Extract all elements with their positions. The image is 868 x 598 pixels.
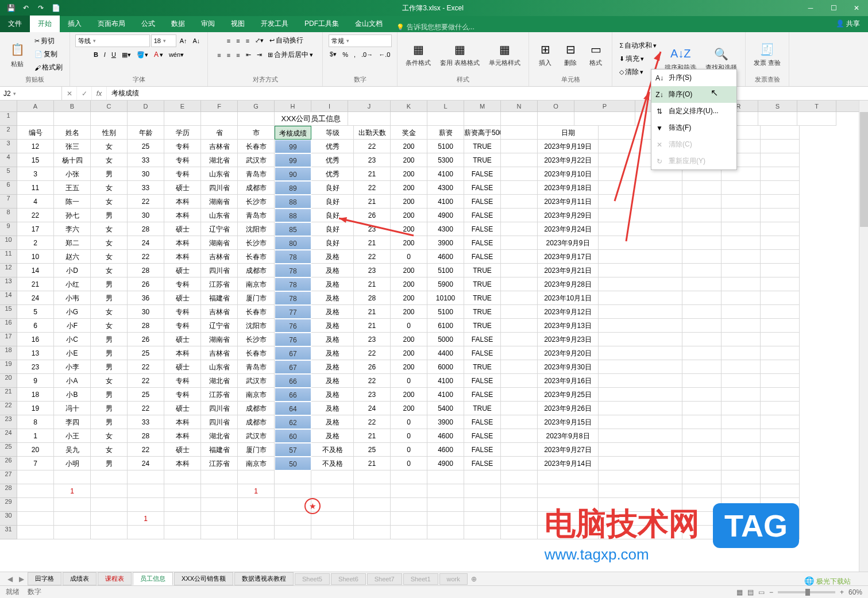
table-cell[interactable]: 0 <box>391 250 427 264</box>
table-cell[interactable] <box>54 526 91 539</box>
table-cell[interactable]: 62 <box>275 415 311 429</box>
table-cell[interactable]: 及格 <box>311 360 354 374</box>
table-cell[interactable]: 吉林省 <box>201 346 238 360</box>
table-cell[interactable]: 长春市 <box>238 140 275 153</box>
table-cell[interactable] <box>391 484 427 498</box>
table-cell[interactable]: 女 <box>91 153 128 167</box>
table-cell[interactable] <box>354 484 391 498</box>
table-cell[interactable]: 男 <box>91 402 128 415</box>
table-cell[interactable] <box>311 484 354 498</box>
table-cell[interactable] <box>128 498 164 512</box>
table-cell[interactable]: 14 <box>17 264 54 277</box>
tab-review[interactable]: 审阅 <box>193 16 223 32</box>
table-cell[interactable]: 22 <box>128 443 164 457</box>
row-header[interactable]: 8 <box>0 209 17 222</box>
table-cell[interactable]: 13 <box>17 346 54 360</box>
table-cell[interactable] <box>311 526 354 539</box>
table-cell[interactable]: 19 <box>17 402 54 415</box>
table-cell[interactable] <box>17 484 54 498</box>
table-cell[interactable]: 硕士 <box>164 360 201 374</box>
table-cell[interactable]: 成都市 <box>238 402 275 415</box>
table-cell[interactable]: 200 <box>391 209 427 222</box>
table-cell[interactable]: 男 <box>91 346 128 360</box>
table-cell[interactable]: 专科 <box>164 153 201 167</box>
row-header[interactable]: 26 <box>0 457 17 470</box>
table-cell[interactable]: 武汉市 <box>238 153 275 167</box>
table-cell[interactable] <box>54 498 91 512</box>
table-cell[interactable]: 及格 <box>311 264 354 277</box>
col-header[interactable]: S <box>758 101 797 111</box>
table-cell[interactable] <box>464 512 501 526</box>
table-cell[interactable]: 江苏省 <box>201 457 238 470</box>
table-cell[interactable]: 成都市 <box>238 415 275 429</box>
table-cell[interactable]: 23 <box>354 388 391 402</box>
table-cell[interactable] <box>501 140 538 153</box>
row-header[interactable]: 7 <box>0 195 17 209</box>
table-cell[interactable] <box>501 457 538 470</box>
orientation-icon[interactable]: ⤢▾ <box>253 36 266 45</box>
table-cell[interactable] <box>761 484 800 498</box>
table-cell[interactable]: 5100 <box>427 264 464 277</box>
table-cell[interactable] <box>761 512 800 526</box>
table-cell[interactable]: 33 <box>128 415 164 429</box>
table-cell[interactable]: 郑二 <box>54 236 91 250</box>
table-cell[interactable]: 女 <box>91 222 128 236</box>
table-cell[interactable]: 9 <box>17 374 54 388</box>
table-header[interactable]: 考核成绩 <box>275 126 311 140</box>
table-cell[interactable]: 10 <box>17 250 54 264</box>
table-cell[interactable] <box>538 484 599 498</box>
table-cell[interactable] <box>501 443 538 457</box>
border-button[interactable]: ▦▾ <box>119 50 133 60</box>
table-cell[interactable]: 90 <box>275 167 311 181</box>
table-cell[interactable]: 长春市 <box>238 305 275 319</box>
table-cell[interactable]: 青岛市 <box>238 209 275 222</box>
row-header[interactable]: 23 <box>0 415 17 429</box>
table-cell[interactable] <box>722 470 761 484</box>
table-cell[interactable] <box>538 526 599 539</box>
table-cell[interactable]: FALSE <box>464 209 501 222</box>
table-cell[interactable]: 良好 <box>311 222 354 236</box>
table-cell[interactable]: 厦门市 <box>238 443 275 457</box>
table-cell[interactable] <box>164 470 201 484</box>
table-cell[interactable] <box>391 498 427 512</box>
row-header[interactable]: 24 <box>0 429 17 443</box>
table-cell[interactable] <box>391 512 427 526</box>
table-cell[interactable]: 66 <box>275 374 311 388</box>
table-cell[interactable] <box>201 512 238 526</box>
col-header[interactable]: I <box>311 101 348 111</box>
table-cell[interactable] <box>682 526 722 539</box>
col-header[interactable]: D <box>128 101 164 111</box>
col-header[interactable]: M <box>464 101 501 111</box>
bold-button[interactable]: B <box>91 50 101 59</box>
table-cell[interactable]: 硕士 <box>164 291 201 305</box>
table-cell[interactable] <box>354 526 391 539</box>
redo-icon[interactable]: ↷ <box>36 3 46 13</box>
table-cell[interactable]: 及格 <box>311 291 354 305</box>
table-cell[interactable] <box>354 470 391 484</box>
sheet-tab[interactable]: 数据透视表教程 <box>234 572 294 585</box>
table-cell[interactable]: 吉林省 <box>201 140 238 153</box>
table-cell[interactable] <box>201 470 238 484</box>
table-cell[interactable]: TRUE <box>464 277 501 291</box>
row-header[interactable]: 19 <box>0 360 17 374</box>
table-cell[interactable] <box>599 498 682 512</box>
table-cell[interactable]: 及格 <box>311 305 354 319</box>
save-icon[interactable]: 💾 <box>6 3 16 13</box>
table-cell[interactable]: 青岛市 <box>238 167 275 181</box>
table-cell[interactable]: 冯十 <box>54 402 91 415</box>
table-cell[interactable]: 99 <box>275 153 311 167</box>
table-cell[interactable] <box>128 470 164 484</box>
table-cell[interactable]: 22 <box>128 374 164 388</box>
table-cell[interactable]: 7 <box>17 457 54 470</box>
table-cell[interactable] <box>54 512 91 526</box>
table-cell[interactable]: 专科 <box>164 140 201 153</box>
align-bot-icon[interactable]: ≡ <box>244 36 252 45</box>
table-cell[interactable]: 良好 <box>311 236 354 250</box>
table-cell[interactable]: 22 <box>354 346 391 360</box>
sheet-tab[interactable]: Sheet1 <box>403 573 438 585</box>
table-cell[interactable]: 26 <box>354 209 391 222</box>
table-cell[interactable]: 0 <box>391 443 427 457</box>
sheet-tab[interactable]: 成绩表 <box>63 572 97 585</box>
table-cell[interactable]: 男 <box>91 415 128 429</box>
table-cell[interactable] <box>501 526 538 539</box>
